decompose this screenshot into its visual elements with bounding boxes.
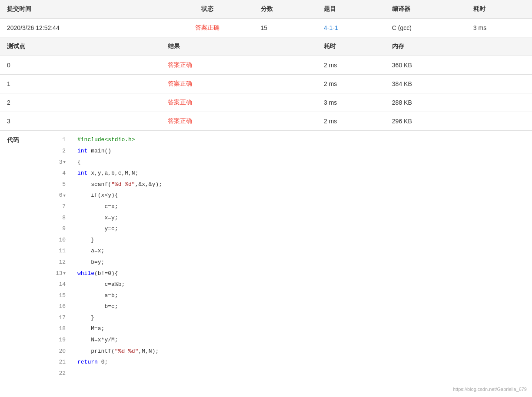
col-duration: 耗时: [466, 0, 532, 19]
submission-row: 2020/3/26 12:52:44 答案正确 15 4-1-1 C (gcc)…: [0, 19, 532, 37]
test-id: 0: [0, 56, 161, 75]
col-test-memory: 内存: [385, 37, 532, 56]
code-line: b=c;: [77, 301, 527, 313]
test-duration: 2 ms: [317, 75, 385, 93]
test-result: 答案正确: [161, 56, 317, 75]
test-id: 1: [0, 75, 161, 93]
header-row: 提交时间 状态 分数 题目 编译器 耗时: [0, 0, 532, 19]
fold-arrow[interactable]: ▼: [63, 159, 66, 165]
col-time: 提交时间: [0, 0, 161, 19]
test-duration: 2 ms: [317, 56, 385, 75]
line-number: 20: [56, 346, 68, 357]
line-number: 11: [56, 246, 68, 257]
code-line: N=x*y/M;: [77, 335, 527, 346]
code-line: while(b!=0){: [77, 268, 527, 279]
test-memory: 360 KB: [385, 56, 532, 75]
line-number: 2: [56, 146, 68, 157]
code-container[interactable]: 123 ▼456 ▼78910111213 ▼14151617181920212…: [52, 131, 532, 383]
test-header-row: 测试点 结果 耗时 内存: [0, 37, 532, 56]
col-score: 分数: [254, 0, 317, 19]
line-number: 21: [56, 357, 68, 368]
code-line: x=y;: [77, 212, 527, 224]
fold-arrow[interactable]: ▼: [63, 193, 66, 199]
code-line: a=b;: [77, 290, 527, 301]
test-memory: 296 KB: [385, 112, 532, 131]
code-line: c=x;: [77, 202, 527, 213]
line-number: 14: [56, 279, 68, 291]
submission-problem[interactable]: 4-1-1: [317, 19, 385, 37]
line-number: 6 ▼: [56, 190, 68, 202]
test-duration: 3 ms: [317, 93, 385, 112]
code-section: 代码 123 ▼456 ▼78910111213 ▼14151617181920…: [0, 131, 532, 383]
line-number: 1: [56, 135, 68, 146]
submission-table: 提交时间 状态 分数 题目 编译器 耗时 2020/3/26 12:52:44 …: [0, 0, 532, 131]
line-number: 3 ▼: [56, 157, 68, 168]
code-line: b=y;: [77, 257, 527, 268]
line-number: 12: [56, 257, 68, 268]
code-editor: 123 ▼456 ▼78910111213 ▼14151617181920212…: [52, 131, 532, 383]
test-id: 3: [0, 112, 161, 131]
col-test-id: 测试点: [0, 37, 161, 56]
test-result: 答案正确: [161, 75, 317, 93]
line-number: 9: [56, 224, 68, 235]
line-number: 16: [56, 301, 68, 313]
code-line: printf("%d %d",M,N);: [77, 346, 527, 357]
code-line: y=c;: [77, 224, 527, 235]
code-line: [77, 368, 527, 379]
code-line: scanf("%d %d",&x,&y);: [77, 179, 527, 190]
line-number: 22: [56, 368, 68, 379]
line-number: 8: [56, 212, 68, 224]
submission-duration: 3 ms: [466, 19, 532, 37]
code-line: }: [77, 235, 527, 246]
code-line: int x,y,a,b,c,M,N;: [77, 168, 527, 179]
submission-status: 答案正确: [161, 19, 253, 37]
code-line: if(x<y){: [77, 190, 527, 202]
line-number: 17: [56, 313, 68, 324]
code-line: {: [77, 157, 527, 168]
test-result: 答案正确: [161, 93, 317, 112]
code-line: }: [77, 313, 527, 324]
code-lines: #include<stdio.h>int main(){ int x,y,a,b…: [72, 131, 532, 383]
code-line: a=x;: [77, 246, 527, 257]
submission-score: 15: [254, 19, 317, 37]
line-number: 4: [56, 168, 68, 179]
code-label: 代码: [0, 131, 52, 383]
test-point-row: 1 答案正确 2 ms 384 KB: [0, 75, 532, 93]
col-test-result: 结果: [161, 37, 317, 56]
col-compiler: 编译器: [385, 0, 466, 19]
line-number: 5: [56, 179, 68, 190]
line-number: 10: [56, 235, 68, 246]
code-line: #include<stdio.h>: [77, 135, 527, 146]
line-number: 13 ▼: [56, 268, 68, 279]
submission-compiler: C (gcc): [385, 19, 466, 37]
line-number: 15: [56, 290, 68, 301]
test-point-row: 0 答案正确 2 ms 360 KB: [0, 56, 532, 75]
code-line: return 0;: [77, 357, 527, 368]
code-line: M=a;: [77, 324, 527, 335]
col-test-duration: 耗时: [317, 37, 385, 56]
col-status: 状态: [161, 0, 253, 19]
line-number: 18: [56, 324, 68, 335]
test-memory: 384 KB: [385, 75, 532, 93]
col-problem: 题目: [317, 0, 385, 19]
line-numbers: 123 ▼456 ▼78910111213 ▼14151617181920212…: [52, 131, 72, 383]
test-id: 2: [0, 93, 161, 112]
test-point-row: 2 答案正确 3 ms 288 KB: [0, 93, 532, 112]
line-number: 7: [56, 202, 68, 213]
test-result: 答案正确: [161, 112, 317, 131]
test-memory: 288 KB: [385, 93, 532, 112]
submission-time: 2020/3/26 12:52:44: [0, 19, 161, 37]
test-duration: 2 ms: [317, 112, 385, 131]
code-line: int main(): [77, 146, 527, 157]
line-number: 19: [56, 335, 68, 346]
test-point-row: 3 答案正确 2 ms 296 KB: [0, 112, 532, 131]
fold-arrow[interactable]: ▼: [63, 271, 66, 277]
code-line: c=a%b;: [77, 279, 527, 291]
